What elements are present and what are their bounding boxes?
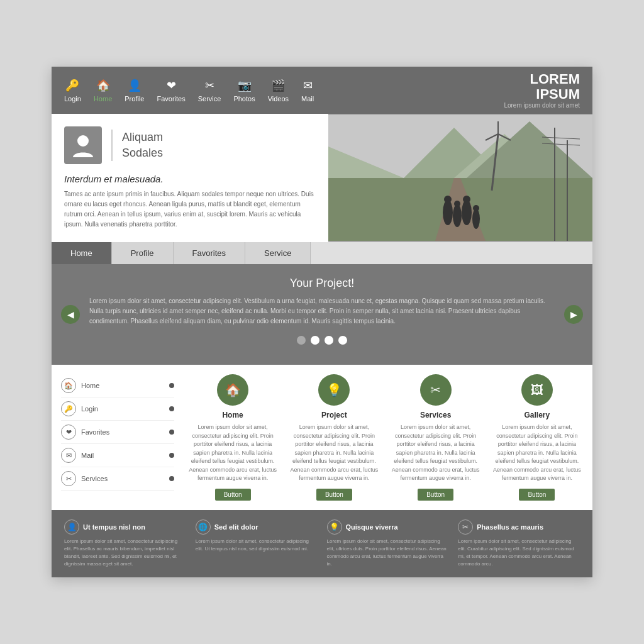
nav-profile[interactable]: 👤 Profile <box>125 79 144 103</box>
sidebar-services-dot <box>169 476 174 481</box>
service-services-text: Lorem ipsum dolor sit amet, consectetur … <box>390 423 482 483</box>
svg-point-20 <box>444 196 452 203</box>
avatar <box>64 126 102 164</box>
service-project-title: Project <box>288 411 380 419</box>
profile-name: AliquamSodales <box>122 130 163 161</box>
tab-profile[interactable]: Profile <box>112 242 174 264</box>
service-card-gallery: 🖼 Gallery Lorem ipsum dolor sit amet, co… <box>491 374 583 501</box>
service-gallery-title: Gallery <box>491 411 583 419</box>
nav-login-label: Login <box>64 95 81 103</box>
footer-icon-2: 💡 <box>327 519 342 535</box>
nav-service[interactable]: ✂ Service <box>198 79 221 103</box>
service-project-button[interactable]: Button <box>316 489 352 501</box>
mail-icon: ✉ <box>303 79 313 92</box>
footer-title-0: Ut tempus nisl non <box>83 523 145 531</box>
carousel-prev-button[interactable]: ◀ <box>61 305 80 324</box>
service-project-icon: 💡 <box>318 374 350 406</box>
tab-service[interactable]: Service <box>245 242 311 264</box>
profile-header: AliquamSodales <box>64 126 316 164</box>
sidebar-services-label: Services <box>81 475 108 482</box>
nav-favorites[interactable]: ❤ Favorites <box>157 79 185 103</box>
favorites-icon: ❤ <box>167 79 176 92</box>
sidebar-home-label: Home <box>81 382 99 389</box>
carousel-dot-1[interactable] <box>297 336 306 345</box>
footer-text-3: Lorem ipsum dolor sit amet, consectetur … <box>458 538 580 568</box>
photos-icon: 📷 <box>238 79 252 92</box>
nav-photos[interactable]: 📷 Photos <box>233 79 255 103</box>
sidebar-favorites-dot <box>169 430 174 435</box>
hero-heading: Interdum et malesuada. <box>64 174 316 184</box>
tabs-bar: Home Profile Favorites Service <box>52 242 592 264</box>
carousel-dot-3[interactable] <box>325 336 333 345</box>
svg-point-22 <box>463 196 470 203</box>
profile-divider <box>111 130 113 161</box>
carousel-next-button[interactable]: ▶ <box>564 305 583 324</box>
footer-item-3: ✂ Phasellus ac mauris Lorem ipsum dolor … <box>458 519 580 568</box>
nav-home[interactable]: 🏠 Home <box>94 79 112 103</box>
footer-text-2: Lorem ipsum dolor sit amet, consectetur … <box>327 538 449 568</box>
nav-videos-label: Videos <box>268 95 289 103</box>
nav-videos[interactable]: 🎬 Videos <box>268 79 289 103</box>
sidebar-item-favorites[interactable]: ❤ Favorites <box>61 421 174 444</box>
sidebar-item-services[interactable]: ✂ Services <box>61 467 174 491</box>
svg-point-16 <box>443 200 453 225</box>
service-services-title: Services <box>390 411 482 419</box>
sidebar-item-login[interactable]: 🔑 Login <box>61 397 174 421</box>
sidebar-favorites-label: Favorites <box>81 428 109 436</box>
nav-favorites-label: Favorites <box>157 95 185 103</box>
service-gallery-button[interactable]: Button <box>519 489 555 501</box>
nav-home-label: Home <box>94 95 112 103</box>
service-project-text: Lorem ipsum dolor sit amet, consectetur … <box>288 423 380 483</box>
footer-item-1: 🌐 Sed elit dolor Lorem ipsum dolor sit a… <box>196 519 318 568</box>
nav-login[interactable]: 🔑 Login <box>64 79 81 103</box>
footer: 👤 Ut tempus nisl non Lorem ipsum dolor s… <box>52 510 592 577</box>
login-icon: 🔑 <box>65 79 79 92</box>
footer-icon-0: 👤 <box>64 519 79 535</box>
page-wrapper: 🔑 Login 🏠 Home 👤 Profile ❤ Favorites ✂ S… <box>52 67 592 577</box>
videos-icon: 🎬 <box>271 79 285 92</box>
logo-subtitle: Lorem ipsum dolor sit amet <box>504 102 580 109</box>
carousel-dots <box>89 336 555 345</box>
sidebar-item-mail[interactable]: ✉ Mail <box>61 444 174 467</box>
nav-items: 🔑 Login 🏠 Home 👤 Profile ❤ Favorites ✂ S… <box>64 79 504 103</box>
svg-point-17 <box>453 204 462 227</box>
svg-point-19 <box>472 209 480 229</box>
sidebar-login-icon: 🔑 <box>61 401 76 416</box>
sidebar-mail-label: Mail <box>81 452 94 459</box>
footer-item-0: 👤 Ut tempus nisl non Lorem ipsum dolor s… <box>64 519 186 568</box>
service-icon: ✂ <box>205 79 214 92</box>
sidebar-login-label: Login <box>81 405 98 413</box>
service-cards: 🏠 Home Lorem ipsum dolor sit amet, conse… <box>187 374 583 501</box>
sidebar-login-dot <box>169 406 174 411</box>
footer-icon-3: ✂ <box>458 519 473 535</box>
footer-title-2: Quisque viverra <box>346 523 398 531</box>
service-home-button[interactable]: Button <box>215 489 251 501</box>
service-services-icon: ✂ <box>420 374 452 406</box>
hero-left: AliquamSodales Interdum et malesuada. Ta… <box>52 114 328 242</box>
service-services-button[interactable]: Button <box>418 489 453 501</box>
sidebar-mail-dot <box>169 453 174 458</box>
profile-icon: 👤 <box>128 79 142 92</box>
service-card-home: 🏠 Home Lorem ipsum dolor sit amet, conse… <box>187 374 279 501</box>
navbar: 🔑 Login 🏠 Home 👤 Profile ❤ Favorites ✂ S… <box>52 67 592 114</box>
nav-mail[interactable]: ✉ Mail <box>301 79 314 103</box>
footer-title-3: Phasellus ac mauris <box>477 523 543 531</box>
sidebar-mail-icon: ✉ <box>61 448 76 463</box>
sidebar-menu: 🏠 Home 🔑 Login ❤ Favorites <box>61 374 174 501</box>
service-home-title: Home <box>187 411 279 419</box>
service-gallery-icon: 🖼 <box>521 374 553 406</box>
sidebar-services-icon: ✂ <box>61 471 76 486</box>
nav-mail-label: Mail <box>301 95 314 103</box>
hero-text: Tames ac ante ipsum primis in faucibus. … <box>64 189 316 230</box>
svg-point-21 <box>454 201 460 207</box>
svg-point-0 <box>77 135 89 147</box>
tab-home[interactable]: Home <box>52 242 112 264</box>
carousel-dot-2[interactable] <box>311 336 319 345</box>
footer-text-1: Lorem ipsum dolor sit amet, consectetur … <box>196 538 318 553</box>
footer-icon-1: 🌐 <box>196 519 211 535</box>
carousel-dot-4[interactable] <box>338 336 347 345</box>
footer-title-1: Sed elit dolor <box>214 523 258 531</box>
sidebar-item-home[interactable]: 🏠 Home <box>61 374 174 397</box>
tab-favorites[interactable]: Favorites <box>174 242 245 264</box>
carousel-title: Your Project! <box>89 277 555 290</box>
